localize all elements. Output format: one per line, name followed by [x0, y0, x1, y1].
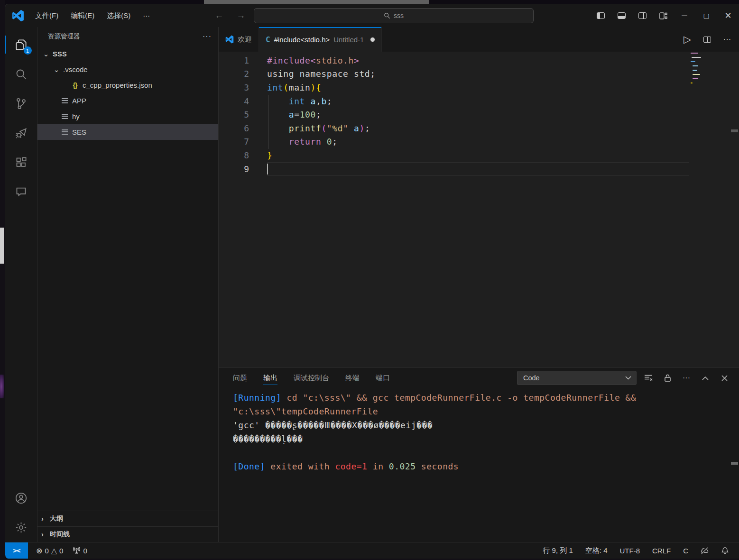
code-editor[interactable]: 1#include<stdio.h>2using namespace std;3… — [219, 52, 739, 367]
eol-status[interactable]: CRLF — [648, 547, 675, 555]
activitybar-chat-icon[interactable] — [5, 177, 37, 206]
modified-dot-icon[interactable] — [370, 37, 375, 42]
editor-scrollbar-marker[interactable] — [731, 129, 738, 132]
twisty-spacer — [53, 97, 60, 105]
panel-tab-终端[interactable]: 终端 — [345, 368, 360, 388]
code-line-8[interactable]: 8} — [219, 148, 739, 162]
line-number: 5 — [219, 110, 249, 119]
panel-tab-输出[interactable]: 输出 — [263, 368, 277, 388]
code-line-2[interactable]: 2using namespace std; — [219, 67, 739, 81]
code-line-4[interactable]: 4 int a,b; — [219, 94, 739, 108]
file-tree: ⌄SSS⌄.vscode{}c_cpp_properties.jsonAPPhy… — [37, 46, 218, 140]
menu-more[interactable]: ··· — [138, 9, 155, 23]
run-code-icon[interactable]: ▷ — [679, 31, 695, 47]
code-line-9[interactable]: 9 — [219, 162, 739, 176]
clear-output-icon[interactable] — [641, 371, 656, 385]
warning-triangle-icon: △ — [51, 546, 57, 555]
nav-forward-icon[interactable]: → — [235, 10, 247, 21]
split-editor-icon[interactable] — [699, 31, 715, 47]
toggle-primary-sidebar-icon[interactable] — [590, 4, 611, 27]
cursor-position-status[interactable]: 行 9, 列 1 — [538, 546, 577, 555]
twisty-spacer — [53, 129, 60, 136]
chevron-down-icon: ⌄ — [53, 66, 60, 73]
activitybar-explorer-icon[interactable]: 1 — [5, 30, 37, 59]
code-line-3[interactable]: 3int(main){ — [219, 81, 739, 94]
activitybar-run-debug-icon[interactable] — [5, 118, 37, 147]
code-line-7[interactable]: 7 return 0; — [219, 135, 739, 149]
line-number: 8 — [219, 150, 249, 160]
twisty-spacer — [63, 82, 71, 89]
panel-tab-端口[interactable]: 端口 — [376, 368, 390, 388]
chevron-right-icon: › — [41, 531, 50, 538]
window-maximize-button[interactable]: ▢ — [695, 4, 717, 27]
remote-indicator[interactable]: >< — [5, 542, 28, 559]
tree-item-.vscode[interactable]: ⌄.vscode — [37, 62, 218, 77]
line-text: using namespace std; — [267, 69, 376, 79]
menu-selection[interactable]: 选择(S) — [102, 9, 136, 23]
panel-tab-问题[interactable]: 问题 — [233, 368, 247, 388]
activitybar-extensions-icon[interactable] — [5, 147, 37, 177]
minimap[interactable] — [691, 53, 705, 96]
timeline-section-header[interactable]: › 时间线 — [37, 526, 218, 542]
tree-item-label: APP — [72, 97, 86, 105]
window-minimize-button[interactable]: ─ — [674, 4, 695, 27]
activitybar-search-icon[interactable] — [5, 59, 37, 89]
language-mode-status[interactable]: C — [679, 547, 693, 555]
sidebar-title: 资源管理器 — [48, 32, 80, 41]
tree-item-sss[interactable]: ⌄SSS — [37, 46, 218, 62]
menu-edit[interactable]: 编辑(E) — [65, 9, 100, 23]
indentation-status[interactable]: 空格: 4 — [581, 546, 612, 555]
ports-status[interactable]: 0 — [69, 547, 90, 555]
encoding-status[interactable]: UTF-8 — [615, 547, 644, 555]
line-number: 3 — [219, 83, 249, 92]
panel-tab-调试控制台[interactable]: 调试控制台 — [294, 368, 329, 388]
line-text: #include<stdio.h> — [267, 55, 359, 65]
explorer-more-actions-icon[interactable]: ··· — [203, 32, 212, 41]
error-count: 0 — [45, 547, 48, 555]
chevron-down-icon — [625, 376, 631, 380]
command-center-search[interactable]: sss — [254, 8, 534, 23]
outline-section-header[interactable]: › 大纲 — [37, 511, 218, 526]
lock-output-icon[interactable] — [660, 371, 674, 385]
title-bar: 文件(F) 编辑(E) 选择(S) ··· ← → sss ─ ▢ — [5, 4, 739, 27]
close-panel-icon[interactable] — [717, 371, 731, 385]
nav-back-icon[interactable]: ← — [213, 10, 225, 21]
tab-welcome[interactable]: 欢迎 — [219, 27, 259, 52]
warning-count: 0 — [59, 547, 63, 555]
tree-item-ses[interactable]: SES — [37, 124, 218, 140]
activitybar-source-control-icon[interactable] — [5, 89, 37, 118]
problems-status[interactable]: ⊗ 0 △ 0 — [33, 546, 66, 555]
toggle-panel-icon[interactable] — [611, 4, 632, 27]
panel-more-actions-icon[interactable]: ··· — [679, 371, 693, 385]
window-close-button[interactable]: ✕ — [717, 4, 739, 27]
output-channel-select[interactable]: Code — [517, 371, 637, 385]
settings-gear-icon[interactable] — [5, 513, 37, 542]
tab-welcome-label: 欢迎 — [238, 35, 252, 44]
code-line-6[interactable]: 6 printf("%d" a); — [219, 121, 739, 135]
customize-layout-icon[interactable] — [653, 4, 674, 27]
tree-item-hy[interactable]: hy — [37, 109, 218, 124]
editor-tab-bar: 欢迎 C #include<stdio.h> Untitled-1 ▷ ··· — [219, 27, 739, 52]
panel-scrollbar-marker[interactable] — [731, 462, 738, 465]
code-line-5[interactable]: 5 a=100; — [219, 108, 739, 121]
output-line: [Done] exited with code=1 in 0.025 secon… — [233, 459, 739, 473]
notifications-bell-icon[interactable] — [717, 547, 733, 555]
accounts-icon[interactable] — [5, 483, 37, 513]
line-text: int(main){ — [267, 83, 321, 92]
output-console[interactable]: [Running] cd "c:\sss\" && gcc tempCodeRu… — [219, 388, 739, 542]
tree-item-app[interactable]: APP — [37, 93, 218, 109]
toggle-secondary-sidebar-icon[interactable] — [632, 4, 653, 27]
maximize-panel-icon[interactable] — [698, 371, 712, 385]
tab-untitled-file[interactable]: C #include<stdio.h> Untitled-1 — [259, 27, 382, 52]
tree-item-label: hy — [72, 112, 80, 120]
tree-item-c_cpp_properties.json[interactable]: {}c_cpp_properties.json — [37, 77, 218, 93]
activity-bar: 1 — [5, 27, 37, 542]
code-line-1[interactable]: 1#include<stdio.h> — [219, 54, 739, 67]
timeline-label: 时间线 — [50, 530, 70, 539]
editor-more-actions-icon[interactable]: ··· — [719, 31, 735, 47]
copilot-disabled-icon[interactable] — [696, 547, 713, 555]
search-icon — [384, 12, 390, 19]
output-line — [233, 446, 739, 459]
text-file-icon — [60, 128, 69, 136]
menu-file[interactable]: 文件(F) — [30, 9, 64, 23]
